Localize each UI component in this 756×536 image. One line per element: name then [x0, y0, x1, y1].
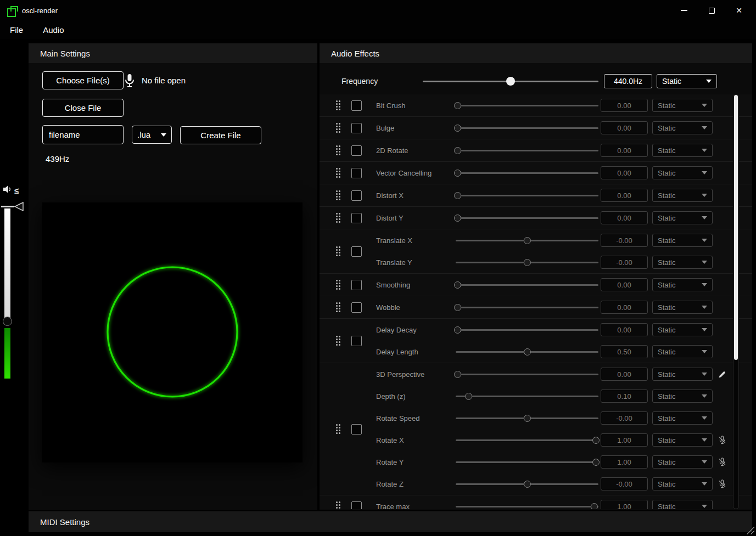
- effect-enable-checkbox[interactable]: [351, 336, 362, 346]
- effect-value-box[interactable]: 0.00: [601, 301, 648, 314]
- effect-slider[interactable]: [456, 326, 598, 334]
- drag-handle-icon[interactable]: [336, 501, 340, 509]
- effect-slider-thumb[interactable]: [592, 459, 600, 466]
- effect-value-box[interactable]: 0.00: [601, 189, 648, 202]
- effect-slider-thumb[interactable]: [454, 147, 461, 154]
- effect-value-box[interactable]: 0.00: [601, 368, 648, 381]
- drag-handle-icon[interactable]: [336, 100, 340, 110]
- effect-slider-thumb[interactable]: [592, 437, 600, 444]
- drag-handle-icon[interactable]: [336, 213, 340, 223]
- close-icon[interactable]: ✕: [725, 0, 753, 21]
- effect-mode-select[interactable]: Static: [652, 99, 713, 112]
- effect-value-box[interactable]: 1.00: [601, 433, 648, 447]
- effect-slider[interactable]: [456, 191, 598, 199]
- effect-value-box[interactable]: 0.00: [601, 121, 648, 134]
- mic-off-icon[interactable]: [716, 434, 728, 446]
- effect-mode-select[interactable]: Static: [652, 433, 713, 447]
- create-file-button[interactable]: Create File: [180, 126, 261, 144]
- drag-handle-icon[interactable]: [336, 190, 340, 200]
- minimize-icon[interactable]: [670, 0, 698, 21]
- effect-slider-thumb[interactable]: [591, 503, 598, 510]
- effect-enable-checkbox[interactable]: [351, 424, 362, 435]
- effect-enable-checkbox[interactable]: [351, 501, 362, 510]
- filename-input[interactable]: [42, 125, 124, 144]
- effect-slider[interactable]: [456, 169, 598, 177]
- effect-slider[interactable]: [456, 124, 598, 132]
- effect-slider[interactable]: [456, 281, 598, 289]
- effect-value-box[interactable]: -0.00: [601, 234, 648, 247]
- effect-enable-checkbox[interactable]: [351, 246, 362, 257]
- drag-handle-icon[interactable]: [336, 168, 340, 178]
- speaker-icon[interactable]: [3, 185, 13, 196]
- effect-value-box[interactable]: 0.10: [601, 390, 648, 403]
- effect-value-box[interactable]: 1.00: [601, 500, 648, 509]
- effect-slider[interactable]: [456, 458, 598, 466]
- effect-enable-checkbox[interactable]: [351, 145, 362, 156]
- drag-handle-icon[interactable]: [336, 280, 340, 290]
- choose-files-button[interactable]: Choose File(s): [42, 71, 124, 89]
- effect-mode-select[interactable]: Static: [652, 345, 713, 358]
- effects-scrollbar-thumb[interactable]: [734, 95, 738, 360]
- effect-mode-select[interactable]: Static: [652, 323, 713, 336]
- effect-slider-thumb[interactable]: [454, 281, 461, 289]
- effect-slider-thumb[interactable]: [524, 481, 531, 488]
- effect-slider-thumb[interactable]: [454, 371, 461, 378]
- effects-scrollbar[interactable]: [733, 94, 739, 509]
- effect-mode-select[interactable]: Static: [652, 256, 713, 269]
- effect-value-box[interactable]: 0.00: [601, 323, 648, 336]
- effect-enable-checkbox[interactable]: [351, 190, 362, 201]
- effect-slider[interactable]: [456, 392, 598, 400]
- effect-slider[interactable]: [456, 436, 598, 444]
- mic-off-icon[interactable]: [716, 456, 728, 468]
- file-extension-select[interactable]: .lua: [132, 126, 172, 144]
- effect-slider[interactable]: [456, 258, 598, 266]
- midi-settings-header[interactable]: MIDI Settings: [29, 511, 752, 532]
- effect-mode-select[interactable]: Static: [652, 121, 713, 134]
- effect-enable-checkbox[interactable]: [351, 168, 362, 178]
- effect-slider-thumb[interactable]: [454, 102, 461, 109]
- maximize-icon[interactable]: [698, 0, 725, 21]
- frequency-value-box[interactable]: 440.0Hz: [604, 74, 652, 88]
- effect-mode-select[interactable]: Static: [652, 500, 713, 509]
- effect-mode-select[interactable]: Static: [652, 368, 713, 381]
- effect-slider[interactable]: [456, 480, 598, 488]
- effect-value-box[interactable]: 1.00: [601, 455, 648, 469]
- effect-slider[interactable]: [456, 236, 598, 244]
- volume-slider-thumb[interactable]: [3, 317, 12, 326]
- mic-off-icon[interactable]: [716, 478, 728, 490]
- effect-slider-thumb[interactable]: [454, 326, 461, 334]
- effect-slider[interactable]: [456, 414, 598, 422]
- effect-mode-select[interactable]: Static: [652, 189, 713, 202]
- effect-value-box[interactable]: -0.00: [601, 256, 648, 269]
- effect-slider[interactable]: [456, 101, 598, 109]
- menu-audio[interactable]: Audio: [43, 25, 64, 35]
- microphone-icon[interactable]: [121, 72, 138, 89]
- menu-file[interactable]: File: [10, 25, 23, 35]
- effect-value-box[interactable]: 0.00: [601, 278, 648, 291]
- effect-slider-thumb[interactable]: [454, 304, 461, 311]
- drag-handle-icon[interactable]: [336, 246, 340, 256]
- effect-mode-select[interactable]: Static: [652, 234, 713, 247]
- effect-slider-thumb[interactable]: [454, 192, 461, 199]
- effect-slider-thumb[interactable]: [465, 393, 472, 400]
- effect-slider-thumb[interactable]: [524, 237, 531, 244]
- effect-mode-select[interactable]: Static: [652, 211, 713, 224]
- effect-value-box[interactable]: 0.00: [601, 211, 648, 224]
- effect-enable-checkbox[interactable]: [351, 302, 362, 313]
- effect-slider-thumb[interactable]: [454, 170, 461, 177]
- effect-mode-select[interactable]: Static: [652, 166, 713, 179]
- drag-handle-icon[interactable]: [336, 302, 340, 312]
- effect-value-box[interactable]: 0.50: [601, 345, 648, 358]
- effect-slider[interactable]: [456, 503, 598, 509]
- effect-enable-checkbox[interactable]: [351, 123, 362, 133]
- effect-slider-thumb[interactable]: [524, 415, 531, 422]
- effect-mode-select[interactable]: Static: [652, 411, 713, 425]
- effect-value-box[interactable]: 0.00: [601, 144, 648, 157]
- effect-value-box[interactable]: 0.00: [601, 99, 648, 112]
- effect-slider[interactable]: [456, 348, 598, 356]
- frequency-slider[interactable]: [423, 77, 598, 86]
- effect-value-box[interactable]: 0.00: [601, 166, 648, 179]
- frequency-slider-thumb[interactable]: [506, 77, 515, 86]
- edit-icon[interactable]: [716, 368, 728, 380]
- effect-slider[interactable]: [456, 146, 598, 154]
